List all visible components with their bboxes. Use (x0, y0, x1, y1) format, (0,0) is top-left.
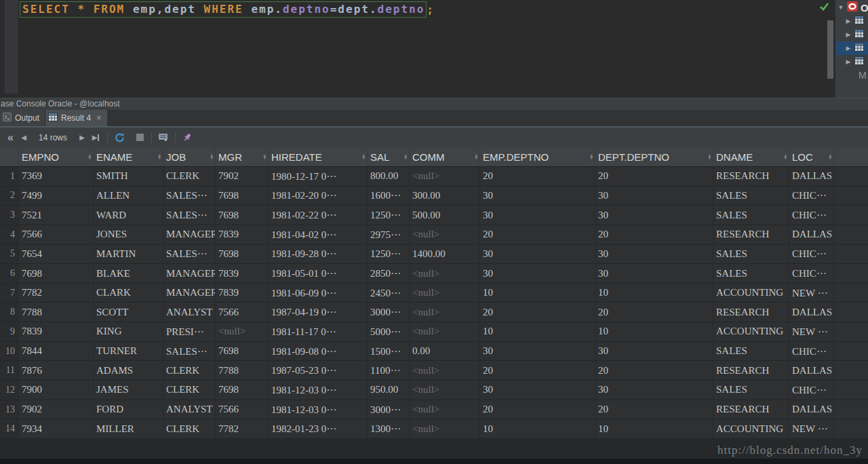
tree-item-table-selected[interactable]: ▶ (835, 41, 868, 55)
cell[interactable]: 7698 (216, 342, 269, 361)
column-header-comm[interactable]: COMM▴▾ (410, 147, 480, 166)
cell[interactable]: ACCOUNTING (713, 419, 789, 438)
editor-scrollbar-thumb[interactable] (827, 20, 833, 79)
sql-token[interactable]: deptno (378, 3, 425, 16)
tree-item-partial[interactable]: M (835, 69, 868, 82)
first-page-button[interactable]: « (3, 130, 17, 145)
cell[interactable]: ALLEN (94, 187, 163, 206)
cell[interactable]: 20 (595, 303, 713, 322)
cell[interactable]: JAMES (94, 381, 163, 400)
cell[interactable]: 7566 (216, 303, 269, 322)
cell[interactable]: 7521 (19, 206, 94, 225)
cell[interactable]: CLERK (163, 167, 216, 186)
cell[interactable]: SALES⋯ (163, 187, 216, 206)
cell[interactable]: SALES⋯ (163, 245, 216, 264)
cell[interactable]: 30 (595, 187, 713, 206)
cell[interactable]: 7839 (216, 284, 269, 303)
cell[interactable]: 7900 (19, 381, 94, 400)
cell[interactable]: <null> (410, 381, 480, 400)
row-number[interactable]: 5 (0, 245, 19, 264)
cell[interactable]: 10 (595, 419, 713, 438)
cell[interactable]: 30 (480, 381, 595, 400)
cell[interactable]: 1500⋯ (368, 342, 410, 361)
row-number[interactable]: 8 (0, 303, 19, 322)
cell[interactable]: 1981-11-17 0⋯ (269, 322, 368, 341)
chevron-right-icon[interactable]: ▶ (845, 58, 852, 65)
cell[interactable]: <null> (410, 419, 480, 438)
chevron-right-icon[interactable]: ▶ (845, 31, 852, 38)
cell[interactable]: SALES (713, 245, 789, 264)
sql-token[interactable]: WHERE (204, 3, 252, 16)
row-number[interactable]: 10 (0, 342, 19, 361)
cell[interactable]: 30 (595, 342, 713, 361)
tree-item-table[interactable]: ▶ (835, 14, 868, 28)
cell[interactable]: RESEARCH (713, 225, 789, 244)
cell[interactable]: 7934 (19, 419, 94, 438)
column-header-job[interactable]: JOB▴▾ (163, 147, 216, 166)
cell[interactable]: SALES (713, 264, 789, 283)
row-number[interactable]: 9 (0, 322, 19, 341)
cell[interactable]: <null> (410, 225, 480, 244)
next-page-button[interactable]: ▶ (75, 130, 89, 145)
cell[interactable]: 1300⋯ (368, 419, 410, 438)
cell[interactable]: 7839 (216, 264, 269, 283)
cell[interactable]: <null> (410, 322, 480, 341)
cell[interactable]: ACCOUNTING (713, 284, 789, 303)
cell[interactable]: 10 (595, 322, 713, 341)
cell[interactable]: <null> (410, 284, 480, 303)
cell[interactable]: 7844 (19, 342, 94, 361)
cell[interactable]: MARTIN (94, 245, 163, 264)
cell[interactable]: 7698 (19, 264, 94, 283)
chevron-right-icon[interactable]: ▶ (845, 45, 852, 52)
cell[interactable]: 7902 (19, 400, 94, 419)
sql-token[interactable]: FROM (94, 3, 133, 16)
cell[interactable]: 30 (480, 206, 595, 225)
column-header-ename[interactable]: ENAME▴▾ (94, 147, 163, 166)
cell[interactable]: 20 (480, 167, 595, 186)
cell[interactable]: RESEARCH (713, 400, 789, 419)
cell[interactable]: 7698 (216, 206, 269, 225)
cell[interactable]: 7499 (19, 187, 94, 206)
cell[interactable]: 30 (480, 245, 595, 264)
cell[interactable]: SALES (713, 206, 789, 225)
cell[interactable]: 30 (480, 342, 595, 361)
cell[interactable]: 20 (480, 400, 595, 419)
column-header-dept-deptno[interactable]: DEPT.DEPTNO▴▾ (595, 147, 713, 166)
cell[interactable]: 7902 (216, 167, 269, 186)
cell[interactable]: 1250⋯ (368, 245, 410, 264)
cell[interactable]: CHIC⋯ (789, 264, 834, 283)
sql-token[interactable]: SELECT (22, 3, 77, 16)
cell[interactable]: SALES (713, 381, 789, 400)
column-header-dname[interactable]: DNAME▴▾ (713, 147, 789, 166)
row-number[interactable]: 3 (0, 206, 19, 225)
cell[interactable]: 1600⋯ (368, 187, 410, 206)
cell[interactable]: 20 (595, 400, 713, 419)
cell[interactable]: <null> (410, 400, 480, 419)
column-header-empno[interactable]: EMPNO▴▾ (19, 147, 94, 166)
previous-page-button[interactable]: ◀ (17, 130, 31, 145)
cell[interactable]: CHIC⋯ (789, 342, 834, 361)
close-icon[interactable]: × (96, 115, 102, 121)
cell[interactable]: RESEARCH (713, 167, 789, 186)
cell[interactable]: 0.00 (410, 342, 480, 361)
cell[interactable]: SMITH (94, 167, 163, 186)
cell[interactable]: <null> (410, 303, 480, 322)
cell[interactable]: CHIC⋯ (789, 187, 834, 206)
sql-editor[interactable]: SELECT * FROM emp,dept WHERE emp.deptno=… (0, 0, 835, 98)
tab-result-4[interactable]: Result 4 × (45, 110, 107, 126)
row-number[interactable]: 12 (0, 381, 19, 400)
cell[interactable]: ANALYST (163, 400, 216, 419)
cell[interactable]: <null> (410, 264, 480, 283)
cell[interactable]: DALLAS (789, 167, 834, 186)
cell[interactable]: 7369 (19, 167, 94, 186)
cell[interactable]: 20 (595, 361, 713, 380)
cell[interactable]: 7566 (216, 400, 269, 419)
cell[interactable]: 1981-12-03 0⋯ (269, 400, 368, 419)
cell[interactable]: ANALYST (163, 303, 216, 322)
cell[interactable]: 7654 (19, 245, 94, 264)
tree-item-table[interactable]: ▶ (835, 55, 868, 69)
cell[interactable]: 1400.00 (410, 245, 480, 264)
cell[interactable]: JONES (94, 225, 163, 244)
cell[interactable]: 7698 (216, 187, 269, 206)
tree-item-oracle-root[interactable]: ▼ O (835, 1, 868, 14)
